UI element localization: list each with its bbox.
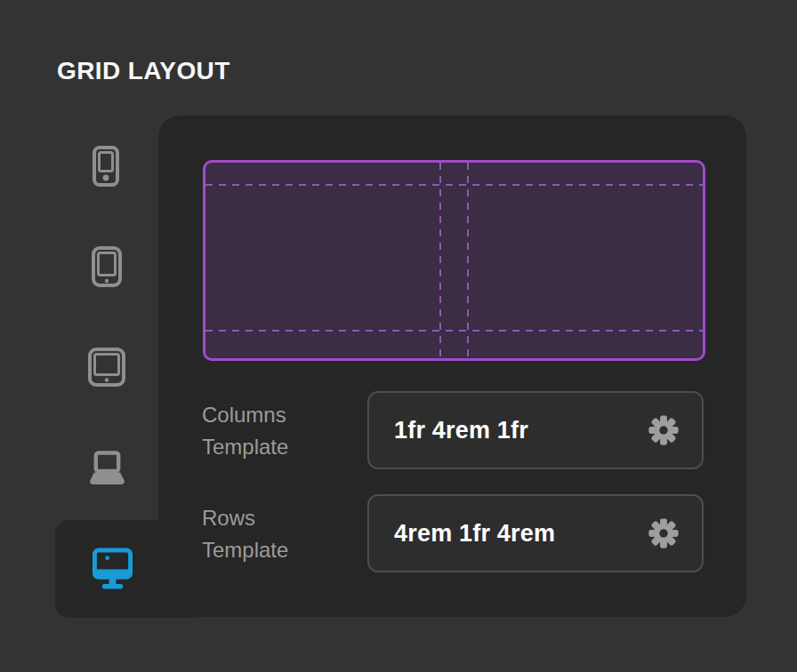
gear-icon bbox=[647, 436, 680, 450]
columns-template-input[interactable] bbox=[392, 416, 636, 445]
rows-template-input[interactable] bbox=[392, 519, 636, 548]
device-button-tablet-landscape[interactable] bbox=[88, 348, 125, 387]
grid-preview bbox=[203, 160, 705, 361]
device-button-laptop[interactable] bbox=[88, 451, 126, 487]
rows-template-field bbox=[367, 494, 704, 572]
page-title: GRID LAYOUT bbox=[57, 57, 230, 85]
grid-column-line-right bbox=[467, 163, 469, 358]
grid-row-line-top bbox=[205, 184, 703, 186]
gear-icon bbox=[647, 540, 680, 553]
mobile-phone-icon bbox=[93, 146, 119, 187]
tablet-landscape-icon bbox=[88, 348, 125, 387]
columns-settings-button[interactable] bbox=[647, 413, 680, 447]
tablet-portrait-icon bbox=[92, 246, 122, 287]
device-button-tablet-portrait[interactable] bbox=[92, 246, 122, 287]
grid-layout-app: GRID LAYOUT bbox=[0, 0, 797, 672]
laptop-icon bbox=[88, 451, 126, 487]
desktop-monitor-icon bbox=[93, 548, 133, 589]
device-button-desktop[interactable] bbox=[93, 548, 133, 589]
rows-template-label: Rows Template bbox=[202, 502, 288, 566]
rows-settings-button[interactable] bbox=[647, 516, 680, 550]
columns-template-field bbox=[367, 391, 704, 469]
grid-column-line-left bbox=[439, 163, 441, 358]
columns-template-label: Columns Template bbox=[202, 399, 288, 463]
grid-row-line-bottom bbox=[205, 330, 703, 332]
device-button-mobile[interactable] bbox=[93, 146, 119, 187]
